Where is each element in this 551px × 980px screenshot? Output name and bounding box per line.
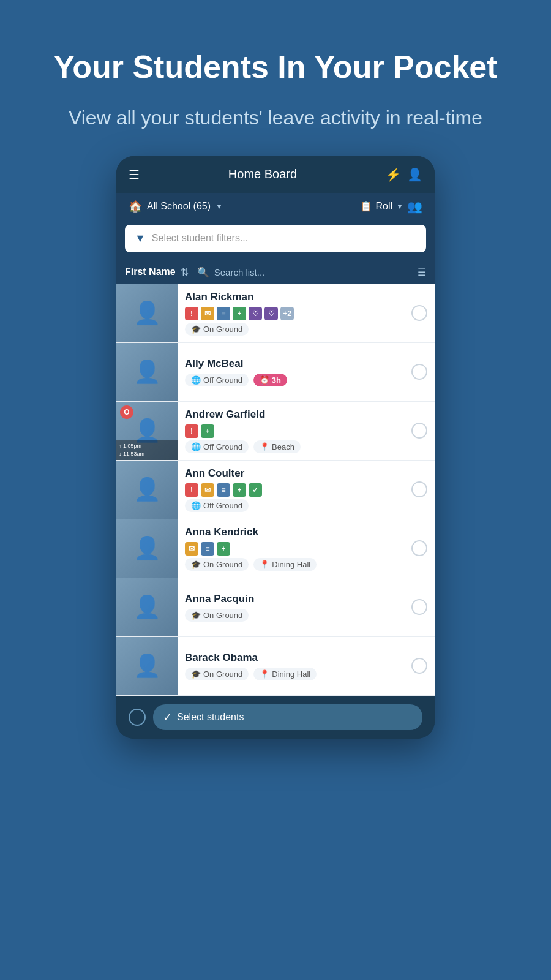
status-tag-icon: 🎓 [191, 611, 201, 620]
filter-bar: 🏠 All School (65) ▼ 📋 Roll ▼ 👥 [116, 193, 435, 220]
location-icon: 📍 [260, 669, 269, 679]
student-select-radio[interactable] [411, 423, 427, 439]
nav-bar: ☰ Home Board ⚡ 👤 [116, 156, 435, 193]
bottom-bar: ✓ Select students [116, 696, 435, 739]
avatar-image: 👤 [116, 343, 178, 401]
status-text: On Ground [203, 325, 242, 334]
select-students-label: Select students [177, 712, 244, 723]
student-badges: !✉≡+♡♡+2 [185, 307, 404, 320]
location-tag: 📍Beach [253, 440, 301, 453]
lightning-icon[interactable]: ⚡ [386, 167, 401, 182]
student-info: Barack Obama🎓On Ground📍Dining Hall [178, 646, 411, 687]
student-row[interactable]: 👤Anna Kendrick✉≡+🎓On Ground📍Dining Hall [116, 519, 435, 578]
dropdown-arrow-icon: ▼ [216, 202, 223, 211]
student-name: Alan Rickman [185, 291, 253, 303]
status-tag: 🌐Off Ground [185, 374, 249, 386]
student-name-row: Ann Coulter [185, 467, 404, 480]
student-badges: !+ [185, 424, 404, 438]
student-info: Andrew Garfield!+🌐Off Ground📍Beach [178, 402, 411, 459]
location-tag: 📍Dining Hall [253, 558, 317, 571]
student-row[interactable]: 👤Barack Obama🎓On Ground📍Dining Hall [116, 637, 435, 696]
app-title: Home Board [228, 167, 297, 181]
status-text: Off Ground [203, 442, 242, 451]
avatar-initial: O [120, 405, 133, 419]
select-students-button[interactable]: ✓ Select students [153, 704, 422, 730]
home-icon: 🏠 [129, 200, 142, 213]
student-badges: ✉≡+ [185, 542, 404, 556]
status-text: Off Ground [203, 501, 242, 510]
avatar-image: 👤 [116, 461, 178, 519]
student-name-row: Barack Obama [185, 652, 404, 664]
student-name-row: Andrew Garfield [185, 409, 404, 421]
select-all-radio[interactable] [129, 709, 146, 726]
timer-badge: ⏰ 3h [253, 374, 287, 386]
status-row: 🎓On Ground [185, 323, 404, 336]
status-text: Off Ground [203, 375, 242, 385]
location-text: Dining Hall [272, 560, 310, 569]
student-name-row: Anna Kendrick [185, 526, 404, 538]
status-tag-icon: 🎓 [191, 669, 201, 679]
badge: ! [185, 424, 198, 438]
avatar-overlay: ↑ 1:05pm↓ 11:53am [116, 440, 178, 459]
student-row[interactable]: 👤Alan Rickman!✉≡+♡♡+2🎓On Ground [116, 284, 435, 343]
status-text: On Ground [203, 611, 242, 620]
group-icon[interactable]: 👥 [407, 199, 422, 214]
sort-icon[interactable]: ⇅ [181, 266, 189, 278]
school-label: All School (65) [147, 201, 211, 212]
list-view-icon[interactable]: ☰ [418, 266, 426, 278]
badge: ≡ [217, 307, 230, 320]
location-icon: 📍 [260, 560, 269, 569]
hamburger-icon[interactable]: ☰ [129, 167, 140, 182]
status-text: On Ground [203, 669, 242, 679]
status-row: 🎓On Ground [185, 609, 404, 622]
nav-icons: ⚡ 👤 [386, 167, 422, 182]
student-list: 👤Alan Rickman!✉≡+♡♡+2🎓On Ground👤Ally McB… [116, 284, 435, 696]
student-row[interactable]: 👤O↑ 1:05pm↓ 11:53amAndrew Garfield!+🌐Off… [116, 402, 435, 461]
status-tag-icon: 🌐 [191, 442, 201, 451]
student-select-radio[interactable] [411, 658, 427, 674]
student-row[interactable]: 👤Anna Pacquin🎓On Ground [116, 578, 435, 637]
badge: ♡ [264, 307, 278, 320]
status-row: 🎓On Ground📍Dining Hall [185, 668, 404, 680]
phone-container: ☰ Home Board ⚡ 👤 🏠 All School (65) ▼ 📋 R… [116, 156, 435, 739]
status-tag: 🎓On Ground [185, 609, 249, 622]
location-text: Beach [272, 442, 294, 451]
student-avatar: 👤 [116, 637, 178, 695]
student-select-radio[interactable] [411, 364, 427, 380]
roll-group[interactable]: 📋 Roll ▼ 👥 [360, 199, 422, 214]
student-select-radio[interactable] [411, 305, 427, 321]
badge: ≡ [217, 483, 230, 497]
student-select-radio[interactable] [411, 481, 427, 497]
profile-icon[interactable]: 👤 [407, 167, 422, 182]
status-row: 🌐Off Ground📍Beach [185, 440, 404, 453]
status-tag: 🎓On Ground [185, 558, 249, 571]
search-bar[interactable]: ▼ Select student filters... [125, 225, 426, 252]
student-info: Ally McBeal🌐Off Ground⏰ 3h [178, 352, 411, 393]
student-row[interactable]: 👤Ann Coulter!✉≡+✓🌐Off Ground [116, 461, 435, 519]
badge: + [201, 424, 214, 438]
roll-label: Roll [376, 201, 393, 212]
student-row[interactable]: 👤Ally McBeal🌐Off Ground⏰ 3h [116, 343, 435, 402]
school-selector[interactable]: 🏠 All School (65) ▼ [129, 200, 223, 213]
student-select-radio[interactable] [411, 599, 427, 615]
location-icon: 📍 [260, 442, 269, 451]
clipboard-icon: 📋 [360, 200, 372, 212]
student-name-row: Alan Rickman [185, 291, 404, 303]
search-list-input[interactable]: Search list... [214, 267, 413, 277]
student-name: Barack Obama [185, 652, 258, 664]
avatar-image: 👤 [116, 519, 178, 578]
student-select-radio[interactable] [411, 540, 427, 556]
badge: ! [185, 307, 198, 320]
student-name: Anna Kendrick [185, 526, 258, 538]
student-name: Andrew Garfield [185, 409, 265, 421]
status-tag: 🌐Off Ground [185, 440, 249, 453]
search-icon[interactable]: 🔍 [197, 266, 209, 278]
student-name: Ally McBeal [185, 358, 243, 370]
roll-dropdown-icon: ▼ [396, 202, 403, 211]
first-name-label[interactable]: First Name [125, 266, 176, 277]
status-row: 🎓On Ground📍Dining Hall [185, 558, 404, 571]
student-name: Anna Pacquin [185, 593, 254, 605]
avatar-image: 👤 [116, 284, 178, 342]
badge: ≡ [201, 542, 214, 556]
badge: + [217, 542, 230, 556]
